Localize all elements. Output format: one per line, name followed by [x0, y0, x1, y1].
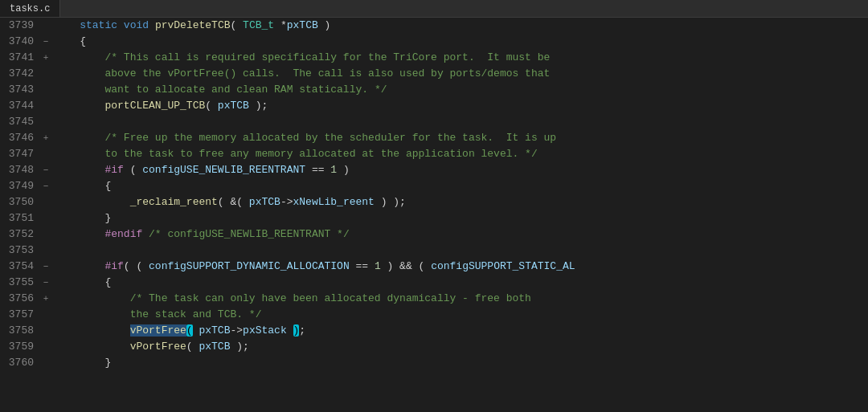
line-content: #if ( configUSE_NEWLIB_REENTRANT == 1 ) [51, 162, 868, 178]
fold-indicator [40, 339, 51, 355]
code-line: 3759 vPortFree( pxTCB ); [0, 339, 868, 355]
code-line: 3755− { [0, 275, 868, 291]
tab-tasks-c[interactable]: tasks.c [0, 0, 60, 17]
code-line: 3744 portCLEAN_UP_TCB( pxTCB ); [0, 98, 868, 114]
code-line: 3754− #if( ( configSUPPORT_DYNAMIC_ALLOC… [0, 259, 868, 275]
token [55, 164, 104, 176]
token: configSUPPORT_DYNAMIC_ALLOCATION [149, 260, 350, 272]
line-number: 3743 [0, 82, 40, 98]
token: pxTCB [249, 196, 280, 208]
code-line: 3747 to the task to free any memory allo… [0, 146, 868, 162]
fold-indicator [40, 82, 51, 98]
fold-indicator[interactable]: + [40, 291, 51, 307]
line-number: 3749 [0, 178, 40, 194]
token: ( [186, 341, 199, 353]
code-line: 3742 above the vPortFree() calls. The ca… [0, 66, 868, 82]
token [55, 148, 104, 160]
token: ) [318, 19, 331, 31]
token: 1 [330, 164, 337, 176]
fold-indicator[interactable]: + [40, 50, 51, 66]
token: -> [280, 196, 293, 208]
token: { [55, 180, 111, 192]
tab-bar: tasks.c [0, 0, 868, 18]
fold-indicator [40, 114, 51, 130]
token: ) && ( [381, 260, 431, 272]
token: ( [186, 324, 193, 337]
token [55, 100, 104, 112]
fold-indicator[interactable]: − [40, 162, 51, 178]
token: pxTCB [218, 100, 249, 112]
code-line: 3753 [0, 243, 868, 259]
line-content: vPortFree( pxTCB ); [51, 339, 868, 355]
token: /* Free up the memory allocated by the s… [104, 132, 556, 144]
fold-indicator[interactable]: − [40, 34, 51, 50]
token: TCB_t [243, 19, 274, 31]
line-content: above the vPortFree() calls. The call is… [51, 66, 868, 82]
fold-indicator [40, 98, 51, 114]
line-number: 3758 [0, 323, 40, 339]
line-number: 3748 [0, 162, 40, 178]
token: == [305, 164, 330, 176]
line-number: 3741 [0, 50, 40, 66]
token: 1 [375, 260, 381, 272]
token: static [80, 19, 117, 31]
line-content [51, 114, 868, 130]
line-number: 3742 [0, 66, 40, 82]
line-number: 3739 [0, 18, 40, 34]
token [55, 308, 130, 320]
token: ); [249, 100, 268, 112]
fold-indicator[interactable]: − [40, 275, 51, 291]
code-line: 3743 want to allocate and clean RAM stat… [0, 82, 868, 98]
fold-indicator[interactable]: − [40, 259, 51, 275]
token: pxTCB [199, 324, 230, 337]
token: ; [299, 324, 305, 337]
code-line: 3740− { [0, 34, 868, 50]
code-line: 3757 the stack and TCB. */ [0, 307, 868, 323]
token: { [55, 35, 86, 47]
token: #endif [104, 228, 142, 240]
token: the stack and TCB. */ [130, 308, 262, 320]
fold-indicator [40, 323, 51, 339]
line-number: 3754 [0, 259, 40, 275]
token [55, 228, 104, 240]
line-number: 3753 [0, 243, 40, 259]
fold-indicator [40, 243, 51, 259]
line-number: 3751 [0, 210, 40, 226]
line-content: { [51, 178, 868, 194]
line-content: #if( ( configSUPPORT_DYNAMIC_ALLOCATION … [51, 259, 868, 275]
fold-indicator[interactable]: + [40, 130, 51, 146]
token [149, 19, 155, 31]
token: ( [205, 100, 218, 112]
token: ); [230, 341, 248, 353]
code-line: 3756+ /* The task can only have been all… [0, 291, 868, 307]
token: void [124, 19, 149, 31]
line-content: { [51, 34, 868, 50]
token [55, 341, 130, 353]
token [55, 51, 104, 63]
token [287, 324, 293, 337]
line-content: } [51, 210, 868, 226]
token: ( &( [218, 196, 249, 208]
code-line: 3750 _reclaim_reent( &( pxTCB->xNewLib_r… [0, 194, 868, 210]
line-number: 3750 [0, 194, 40, 210]
token: ( ( [124, 260, 149, 272]
line-number: 3740 [0, 34, 40, 50]
token: configUSE_NEWLIB_REENTRANT [142, 164, 305, 176]
code-line: 3760 } [0, 355, 868, 371]
code-line: 3752 #endif /* configUSE_NEWLIB_REENTRAN… [0, 226, 868, 243]
token: #if [104, 164, 123, 176]
line-content [51, 243, 868, 259]
token [55, 19, 80, 31]
code-line: 3748− #if ( configUSE_NEWLIB_REENTRANT =… [0, 162, 868, 178]
token: == [350, 260, 375, 272]
fold-indicator [40, 194, 51, 210]
code-line: 3758 vPortFree( pxTCB->pxStack ); [0, 323, 868, 339]
token: ) ); [375, 196, 406, 208]
token: /* This call is required specifically fo… [104, 51, 550, 63]
fold-indicator[interactable]: − [40, 178, 51, 194]
token: want to allocate and clean RAM staticall… [104, 84, 387, 96]
token: above the vPortFree() calls. The call is… [104, 67, 550, 80]
token: /* The task can only have been allocated… [130, 292, 531, 304]
token [55, 196, 130, 208]
line-number: 3746 [0, 130, 40, 146]
